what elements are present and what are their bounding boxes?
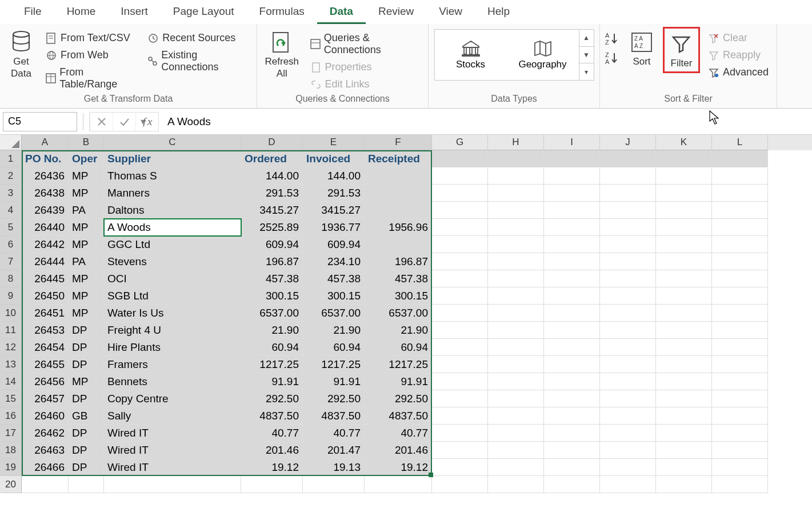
cell-supplier[interactable]: Wired IT bbox=[104, 425, 241, 442]
cell[interactable] bbox=[432, 219, 488, 236]
cell-po[interactable]: 26440 bbox=[22, 219, 69, 236]
cell-po[interactable]: 26453 bbox=[22, 322, 69, 339]
cell[interactable] bbox=[544, 219, 600, 236]
cell-po[interactable]: 26455 bbox=[22, 356, 69, 373]
cell-ordered[interactable]: 457.38 bbox=[241, 270, 303, 287]
cell[interactable] bbox=[544, 390, 600, 407]
recent-sources-button[interactable]: Recent Sources bbox=[144, 30, 252, 46]
cell-ordered[interactable]: 40.77 bbox=[241, 425, 303, 442]
cell-receipted[interactable]: 19.12 bbox=[365, 459, 432, 476]
column-header-H[interactable]: H bbox=[488, 135, 544, 150]
cell[interactable] bbox=[544, 476, 600, 493]
cell[interactable] bbox=[712, 425, 768, 442]
cell[interactable] bbox=[432, 373, 488, 390]
row-header-15[interactable]: 15 bbox=[0, 390, 22, 407]
cell-po[interactable]: 26442 bbox=[22, 236, 69, 253]
cell-receipted[interactable]: 292.50 bbox=[365, 390, 432, 407]
cell-receipted[interactable]: 60.94 bbox=[365, 339, 432, 356]
cell-oper[interactable]: MP bbox=[69, 270, 104, 287]
cell-po[interactable]: 26445 bbox=[22, 270, 69, 287]
cell[interactable] bbox=[712, 356, 768, 373]
cell[interactable] bbox=[712, 305, 768, 322]
cell[interactable] bbox=[712, 167, 768, 185]
cell-receipted[interactable]: 6537.00 bbox=[365, 305, 432, 322]
cell[interactable] bbox=[544, 253, 600, 270]
cell[interactable] bbox=[712, 390, 768, 407]
cell-invoiced[interactable]: 457.38 bbox=[303, 270, 365, 287]
cell-receipted[interactable]: 457.38 bbox=[365, 270, 432, 287]
header-ordered[interactable]: Ordered bbox=[241, 150, 303, 167]
cell[interactable] bbox=[712, 253, 768, 270]
edit-links-button[interactable]: Edit Links bbox=[307, 77, 423, 92]
cell-invoiced[interactable]: 1936.77 bbox=[303, 219, 365, 236]
cell-receipted[interactable]: 300.15 bbox=[365, 287, 432, 305]
cell-supplier[interactable]: Hire Plants bbox=[104, 339, 241, 356]
cell[interactable] bbox=[712, 373, 768, 390]
cell-invoiced[interactable]: 6537.00 bbox=[303, 305, 365, 322]
cell[interactable] bbox=[488, 356, 544, 373]
column-header-F[interactable]: F bbox=[365, 135, 432, 150]
row-header-17[interactable]: 17 bbox=[0, 425, 22, 442]
cell-oper[interactable]: DP bbox=[69, 442, 104, 459]
cell[interactable] bbox=[544, 459, 600, 476]
cell[interactable] bbox=[544, 339, 600, 356]
cell[interactable] bbox=[544, 442, 600, 459]
header-invoiced[interactable]: Invoiced bbox=[303, 150, 365, 167]
from-web-button[interactable]: From Web bbox=[42, 47, 139, 63]
cell[interactable] bbox=[712, 219, 768, 236]
sort-desc-button[interactable]: ZA bbox=[605, 51, 621, 66]
cell[interactable] bbox=[432, 459, 488, 476]
cell[interactable] bbox=[600, 322, 656, 339]
cell-ordered[interactable]: 201.46 bbox=[241, 442, 303, 459]
cell[interactable] bbox=[600, 373, 656, 390]
cell[interactable] bbox=[712, 150, 768, 167]
row-header-8[interactable]: 8 bbox=[0, 270, 22, 287]
sort-asc-button[interactable]: AZ bbox=[605, 31, 621, 46]
row-header-9[interactable]: 9 bbox=[0, 287, 22, 305]
cell-receipted[interactable]: 21.90 bbox=[365, 322, 432, 339]
cell[interactable] bbox=[600, 167, 656, 185]
cell[interactable] bbox=[656, 459, 712, 476]
row-header-3[interactable]: 3 bbox=[0, 185, 22, 202]
cell[interactable] bbox=[432, 322, 488, 339]
cell[interactable] bbox=[544, 185, 600, 202]
cell-supplier[interactable]: Manners bbox=[104, 185, 241, 202]
cell-receipted[interactable] bbox=[365, 236, 432, 253]
cell-supplier[interactable]: Freight 4 U bbox=[104, 322, 241, 339]
cell[interactable] bbox=[656, 287, 712, 305]
cell[interactable] bbox=[544, 356, 600, 373]
cell[interactable] bbox=[712, 476, 768, 493]
cell[interactable] bbox=[656, 425, 712, 442]
row-header-5[interactable]: 5 bbox=[0, 219, 22, 236]
cell-supplier[interactable]: Copy Centre bbox=[104, 390, 241, 407]
refresh-all-button[interactable]: Refresh All bbox=[262, 27, 302, 82]
cell[interactable] bbox=[432, 270, 488, 287]
column-header-C[interactable]: C bbox=[104, 135, 241, 150]
cell[interactable] bbox=[544, 202, 600, 219]
cell-oper[interactable]: MP bbox=[69, 373, 104, 390]
cell-receipted[interactable]: 1217.25 bbox=[365, 356, 432, 373]
cell-ordered[interactable]: 609.94 bbox=[241, 236, 303, 253]
cell[interactable] bbox=[656, 356, 712, 373]
cell-invoiced[interactable]: 291.53 bbox=[303, 185, 365, 202]
cell[interactable] bbox=[712, 442, 768, 459]
cell-supplier[interactable]: Thomas S bbox=[104, 167, 241, 185]
row-header-11[interactable]: 11 bbox=[0, 322, 22, 339]
cell[interactable] bbox=[544, 407, 600, 425]
tab-review[interactable]: Review bbox=[366, 0, 426, 24]
cell[interactable] bbox=[656, 407, 712, 425]
row-header-18[interactable]: 18 bbox=[0, 442, 22, 459]
cell-supplier[interactable]: Framers bbox=[104, 356, 241, 373]
cell-supplier[interactable]: Stevens bbox=[104, 253, 241, 270]
cell[interactable] bbox=[600, 185, 656, 202]
cell[interactable] bbox=[544, 270, 600, 287]
cell[interactable] bbox=[303, 476, 365, 493]
from-table-range-button[interactable]: From Table/Range bbox=[42, 65, 139, 92]
cell-oper[interactable]: DP bbox=[69, 459, 104, 476]
cell-receipted[interactable]: 40.77 bbox=[365, 425, 432, 442]
cell-oper[interactable]: MP bbox=[69, 236, 104, 253]
cell-invoiced[interactable]: 1217.25 bbox=[303, 356, 365, 373]
cell-ordered[interactable]: 1217.25 bbox=[241, 356, 303, 373]
cell[interactable] bbox=[488, 373, 544, 390]
column-header-K[interactable]: K bbox=[656, 135, 712, 150]
